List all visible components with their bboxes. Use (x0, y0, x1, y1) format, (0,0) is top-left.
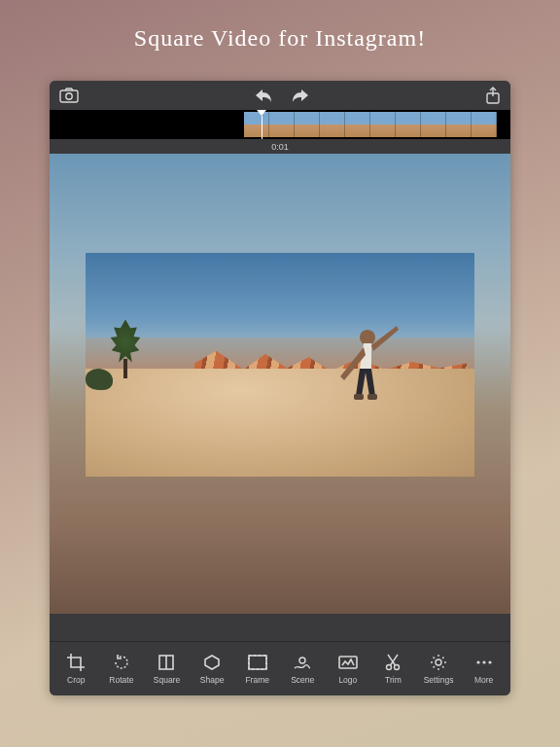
tool-label: Settings (424, 675, 454, 685)
settings-icon (429, 653, 448, 672)
crop-icon (66, 653, 86, 672)
svg-rect-0 (60, 90, 78, 102)
tool-label: Logo (338, 675, 357, 685)
timeline-thumb[interactable] (421, 112, 446, 137)
tool-label: Frame (245, 675, 269, 685)
tool-settings[interactable]: Settings (419, 653, 458, 685)
tool-trim[interactable]: Trim (373, 653, 412, 685)
tool-label: Trim (385, 675, 402, 685)
tool-rotate[interactable]: Rotate (102, 653, 141, 685)
camera-icon[interactable] (59, 88, 79, 103)
tool-logo[interactable]: Logo (329, 653, 368, 685)
scene-icon (292, 653, 313, 672)
tool-label: Shape (200, 675, 225, 685)
tool-label: More (474, 675, 493, 685)
tool-crop[interactable]: Crop (56, 653, 95, 685)
tool-frame[interactable]: Frame (238, 653, 277, 685)
person-figure (327, 320, 404, 437)
shape-icon (202, 653, 222, 672)
timeline-thumb[interactable] (345, 112, 370, 137)
tool-label: Square (154, 675, 180, 685)
svg-point-16 (476, 660, 479, 663)
svg-point-11 (299, 658, 305, 663)
svg-point-17 (482, 660, 485, 663)
video-preview (86, 253, 474, 477)
bottom-toolbar: Crop Rotate Square (50, 641, 510, 695)
svg-rect-10 (249, 656, 266, 669)
tool-shape[interactable]: Shape (192, 653, 231, 685)
svg-point-14 (395, 665, 400, 670)
svg-point-18 (488, 660, 491, 663)
svg-rect-5 (368, 394, 377, 400)
timeline-thumb[interactable] (244, 112, 269, 137)
svg-rect-12 (339, 657, 357, 668)
timeline-thumb[interactable] (370, 112, 396, 137)
timeline-thumb[interactable] (269, 112, 295, 137)
square-icon (157, 653, 176, 672)
tool-more[interactable]: More (465, 653, 504, 685)
tool-label: Crop (67, 675, 85, 685)
svg-point-3 (360, 330, 375, 345)
svg-rect-9 (249, 656, 266, 669)
frame-icon (247, 653, 268, 672)
tool-square[interactable]: Square (147, 653, 186, 685)
svg-marker-8 (205, 656, 219, 669)
timeline-thumb[interactable] (396, 112, 421, 137)
tool-scene[interactable]: Scene (283, 653, 322, 685)
logo-icon (337, 653, 359, 672)
share-icon[interactable] (485, 87, 501, 104)
timeline-thumb[interactable] (320, 112, 345, 137)
tool-label: Scene (291, 675, 314, 685)
timeline-thumb[interactable] (295, 112, 320, 137)
more-icon (474, 653, 494, 672)
timeline-thumb[interactable] (472, 112, 497, 137)
timeline-thumb[interactable] (446, 112, 472, 137)
canvas-area[interactable] (50, 154, 510, 614)
tool-label: Rotate (109, 675, 133, 685)
undo-icon[interactable] (254, 88, 273, 103)
rotate-icon (112, 653, 131, 672)
top-toolbar (50, 81, 510, 110)
svg-point-1 (66, 93, 72, 99)
timeline-strip[interactable] (50, 110, 510, 139)
svg-point-15 (436, 659, 441, 665)
promo-title: Square Video for Instagram! (134, 25, 426, 52)
device-frame: 0:01 (50, 81, 510, 695)
redo-icon[interactable] (291, 88, 310, 103)
trim-icon (384, 653, 402, 672)
timecode: 0:01 (50, 139, 510, 154)
svg-rect-4 (354, 394, 364, 400)
svg-point-13 (387, 665, 392, 670)
